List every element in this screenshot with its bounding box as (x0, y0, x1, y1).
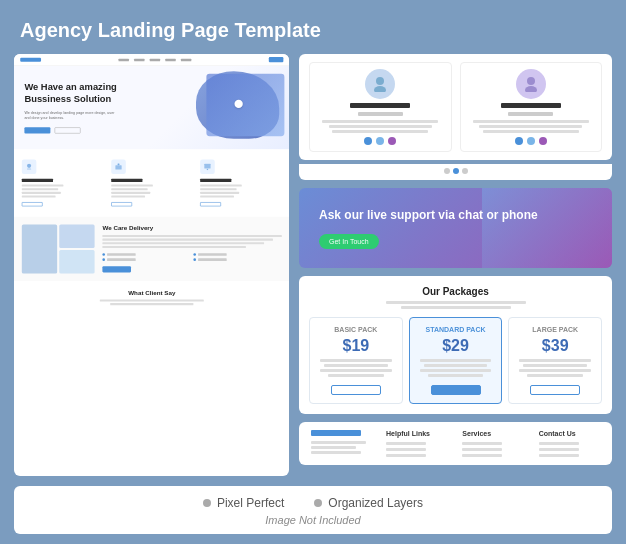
hero-secondary-btn[interactable] (55, 127, 81, 133)
right-preview-panel: Ask our live support via chat or phone G… (299, 54, 612, 476)
svg-point-8 (527, 77, 535, 85)
team-avatar-1 (365, 69, 395, 99)
support-title: Ask our live support via chat or phone (319, 208, 592, 222)
mock-hero: We Have an amazing Bussiness Solution We… (14, 66, 289, 149)
pkg-price-2: $29 (442, 337, 469, 355)
pkg-card-3: Large Pack $39 (508, 317, 602, 404)
feature-organized-layers: Organized Layers (314, 496, 423, 510)
feature-2 (111, 160, 192, 207)
pkg-card-1: Basic Pack $19 (309, 317, 403, 404)
svg-point-3 (117, 163, 119, 165)
pkg-label-3: Large Pack (532, 326, 578, 333)
pkg-btn-2[interactable] (431, 385, 481, 395)
svg-point-5 (207, 169, 209, 171)
mock-features (14, 149, 289, 217)
team-card-2 (460, 62, 603, 152)
feature-2-btn[interactable] (111, 202, 132, 206)
pkg-btn-3[interactable] (530, 385, 580, 395)
footer-col-2-title: Services (462, 430, 523, 437)
pkg-card-2: Standard Pack $29 (409, 317, 503, 404)
hero-subtitle: We design and develop landing page more … (24, 110, 118, 121)
support-section: Ask our live support via chat or phone G… (299, 188, 612, 268)
organized-layers-label: Organized Layers (328, 496, 423, 510)
pkg-price-3: $39 (542, 337, 569, 355)
mock-logo (20, 58, 41, 62)
support-btn[interactable]: Get In Touch (319, 234, 379, 249)
mock-testimonial-section: What Client Say (14, 281, 289, 318)
feature-3-btn[interactable] (200, 202, 221, 206)
left-preview-panel: We Have an amazing Bussiness Solution We… (14, 54, 289, 476)
care-btn[interactable] (102, 266, 131, 272)
mock-cta-btn[interactable] (269, 57, 284, 62)
svg-point-7 (374, 86, 386, 92)
feature-3 (200, 160, 281, 207)
mock-care-section: We Care Delivery (14, 217, 289, 281)
hero-title: We Have an amazing Bussiness Solution (24, 82, 118, 106)
care-title: We Care Delivery (102, 225, 281, 232)
feature-1-btn[interactable] (22, 202, 43, 206)
main-content: We Have an amazing Bussiness Solution We… (0, 54, 626, 486)
svg-point-9 (525, 86, 537, 92)
mock-footer: Helpful Links Services Contact Us (299, 422, 612, 465)
bottom-bar: Pixel Perfect Organized Layers Image Not… (14, 486, 612, 534)
mock-nav-links (45, 58, 264, 61)
svg-rect-1 (27, 168, 31, 169)
pkg-btn-1[interactable] (331, 385, 381, 395)
pixel-perfect-dot (203, 499, 211, 507)
testimonial-title: What Client Say (22, 289, 282, 296)
svg-point-0 (27, 164, 31, 168)
svg-rect-2 (115, 165, 121, 169)
bottom-note: Image Not Included (34, 514, 592, 526)
team-section (299, 54, 612, 160)
packages-title: Our Packages (309, 286, 602, 297)
footer-col-3: Contact Us (539, 430, 600, 457)
feature-1 (22, 160, 103, 207)
pixel-perfect-label: Pixel Perfect (217, 496, 284, 510)
team-avatar-2 (516, 69, 546, 99)
page-title: Agency Landing Page Template (20, 18, 606, 42)
pkg-price-1: $19 (342, 337, 369, 355)
pkg-label-2: Standard Pack (425, 326, 485, 333)
hero-primary-btn[interactable] (24, 127, 50, 133)
organized-layers-dot (314, 499, 322, 507)
svg-rect-4 (204, 164, 210, 169)
footer-col-1-title: Helpful Links (386, 430, 447, 437)
feature-pixel-perfect: Pixel Perfect (203, 496, 284, 510)
pkg-label-1: Basic Pack (334, 326, 377, 333)
footer-col-2: Services (462, 430, 523, 457)
team-card-1 (309, 62, 452, 152)
mock-navbar (14, 54, 289, 66)
footer-col-3-title: Contact Us (539, 430, 600, 437)
packages-section: Our Packages Basic Pack $19 (299, 276, 612, 414)
page-header: Agency Landing Page Template (0, 0, 626, 54)
svg-point-6 (376, 77, 384, 85)
footer-col-1: Helpful Links (386, 430, 447, 457)
support-content: Ask our live support via chat or phone G… (319, 208, 592, 249)
